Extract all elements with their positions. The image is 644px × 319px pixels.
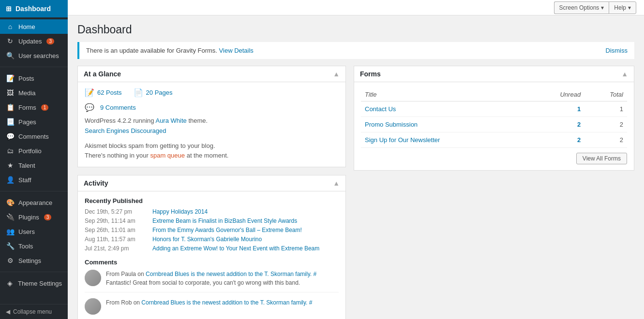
- forms-col-unread: Unread: [527, 88, 584, 102]
- pages-stat: 📄 20 Pages: [134, 88, 173, 97]
- activity-post-date: Sep 29th, 11:14 am: [85, 218, 148, 224]
- sidebar-item-home[interactable]: ⌂ Home: [0, 19, 68, 34]
- posts-count-link[interactable]: 62 Posts: [97, 89, 122, 96]
- col-left: At a Glance ▲ 📝 62 Posts 📄 20 Pages: [77, 66, 346, 319]
- sidebar-nav-4: ◈ Theme Settings: [0, 274, 68, 292]
- comment-link[interactable]: Cornbread Blues is the newest addition t…: [141, 299, 312, 306]
- help-button[interactable]: Help ▾: [609, 1, 636, 14]
- sidebar-item-user-searches[interactable]: 🔍 User searches: [0, 48, 68, 63]
- portfolio-icon: 🗂: [6, 147, 15, 155]
- posts-stat: 📝 62 Posts: [85, 88, 122, 97]
- activity-post-link[interactable]: Extreme Beam is Finalist in BizBash Even…: [152, 218, 297, 224]
- theme-suffix: theme.: [188, 117, 208, 124]
- form-title-cell: Sign Up for Our Newsletter: [361, 132, 527, 148]
- sidebar-item-label: Appearance: [18, 199, 52, 206]
- sidebar-item-tools[interactable]: 🔧 Tools: [0, 239, 68, 253]
- activity-post-date: Sep 26th, 11:01 am: [85, 227, 148, 233]
- home-icon: ⌂: [6, 23, 15, 30]
- comments-icon: 💬: [6, 132, 15, 140]
- avatar: [85, 270, 101, 286]
- activity-post-link[interactable]: Adding an Extreme Wow! to Your Next Even…: [152, 245, 319, 252]
- activity-post-link[interactable]: Happy Holidays 2014: [152, 208, 208, 215]
- screen-options-chevron-icon: ▾: [601, 4, 604, 11]
- activity-widget: Activity ▲ Recently Published Dec 19th, …: [77, 175, 346, 319]
- glance-spam: Akismet blocks spam from getting to your…: [85, 141, 339, 161]
- talent-icon: ★: [6, 161, 15, 169]
- view-all-forms-container: View All Forms: [361, 153, 627, 164]
- sidebar-item-label: Theme Settings: [18, 280, 62, 287]
- search-engines-link[interactable]: Search Engines Discouraged: [85, 127, 166, 134]
- sidebar-item-label: Comments: [18, 133, 49, 140]
- activity-post-date: Dec 19th, 5:27 pm: [85, 208, 148, 215]
- sidebar-item-posts[interactable]: 📝 Posts: [0, 71, 68, 86]
- dismiss-button[interactable]: Dismiss: [606, 47, 628, 54]
- appearance-icon: 🎨: [6, 199, 15, 206]
- forms-collapse-button[interactable]: ▲: [621, 70, 628, 78]
- form-title-link[interactable]: Contact Us: [365, 105, 396, 113]
- sidebar-item-label: Updates: [18, 38, 42, 45]
- comments-section-label: Comments: [85, 259, 339, 266]
- sidebar-item-portfolio[interactable]: 🗂 Portfolio: [0, 144, 68, 158]
- notice-message: There is an update available for Gravity…: [86, 47, 217, 54]
- pages-stat-icon: 📄: [134, 88, 143, 97]
- pages-count-link[interactable]: 20 Pages: [146, 89, 173, 96]
- form-title-link[interactable]: Sign Up for Our Newsletter: [365, 136, 440, 144]
- page-title: Dashboard: [77, 23, 634, 36]
- activity-post-row: Sep 26th, 11:01 amFrom the Emmy Awards G…: [85, 227, 339, 233]
- comments-section: Comments From Paula on Cornbread Blues i…: [85, 259, 339, 319]
- at-a-glance-widget: At a Glance ▲ 📝 62 Posts 📄 20 Pages: [77, 66, 346, 167]
- recently-published-section: Recently Published Dec 19th, 5:27 pmHapp…: [85, 197, 339, 252]
- sidebar-item-theme-settings[interactable]: ◈ Theme Settings: [0, 276, 68, 290]
- sidebar-item-label: Tools: [18, 243, 33, 250]
- notice-link[interactable]: View Details: [219, 47, 254, 54]
- forms-widget-header: Forms ▲: [354, 66, 634, 82]
- at-a-glance-collapse-button[interactable]: ▲: [333, 70, 340, 78]
- sidebar-item-talent[interactable]: ★ Talent: [0, 158, 68, 173]
- plugins-icon: 🔌: [6, 213, 15, 221]
- screen-options-button[interactable]: Screen Options ▾: [554, 1, 609, 14]
- sidebar-nav-2: 📝 Posts 🖼 Media 📋 Forms 1 📃 Pages 💬 Comm…: [0, 69, 68, 189]
- sidebar-item-users[interactable]: 👥 Users: [0, 224, 68, 239]
- sidebar-divider-3: [0, 272, 68, 272]
- sidebar-item-forms[interactable]: 📋 Forms 1: [0, 100, 68, 115]
- sidebar-header[interactable]: ⊞ Dashboard: [0, 0, 68, 17]
- collapse-menu[interactable]: ◀ Collapse menu: [0, 304, 68, 319]
- activity-collapse-button[interactable]: ▲: [333, 179, 340, 187]
- sidebar-item-label: Staff: [18, 176, 31, 184]
- content-area: Dashboard There is an update available f…: [68, 15, 644, 319]
- notice-bar: There is an update available for Gravity…: [77, 42, 634, 59]
- sidebar-item-settings[interactable]: ⚙ Settings: [0, 253, 68, 268]
- avatar: [85, 298, 101, 315]
- form-total-cell: 2: [584, 132, 627, 148]
- sidebar-item-comments[interactable]: 💬 Comments: [0, 129, 68, 144]
- theme-link[interactable]: Aura White: [155, 117, 186, 124]
- comment-link[interactable]: Cornbread Blues is the newest addition t…: [146, 271, 316, 277]
- sidebar-item-media[interactable]: 🖼 Media: [0, 86, 68, 100]
- forms-table-row: Sign Up for Our Newsletter 2 2: [361, 132, 627, 148]
- forms-widget: Forms ▲ Title Unread Total: [354, 66, 634, 171]
- collapse-label: Collapse menu: [13, 308, 52, 315]
- sidebar-item-pages[interactable]: 📃 Pages: [0, 115, 68, 129]
- spam-queue-link[interactable]: spam queue: [150, 152, 185, 159]
- view-all-forms-button[interactable]: View All Forms: [576, 153, 627, 164]
- sidebar-item-appearance[interactable]: 🎨 Appearance: [0, 195, 68, 210]
- recently-published-label: Recently Published: [85, 197, 339, 204]
- activity-comments-list: From Paula on Cornbread Blues is the new…: [85, 270, 339, 319]
- activity-title: Activity: [84, 179, 108, 187]
- activity-post-link[interactable]: From the Emmy Awards Governor's Ball – E…: [152, 227, 302, 233]
- forms-table-body: Contact Us 1 1 Promo Submission 2 2 Sign…: [361, 102, 627, 148]
- form-title-cell: Contact Us: [361, 102, 527, 117]
- users-icon: 👥: [6, 228, 15, 235]
- help-label: Help: [614, 4, 626, 11]
- activity-post-link[interactable]: Honors for T. Skorman's Gabrielle Mourin…: [152, 236, 262, 243]
- forms-table-row: Promo Submission 2 2: [361, 117, 627, 132]
- form-title-link[interactable]: Promo Submission: [365, 121, 418, 128]
- sidebar-item-plugins[interactable]: 🔌 Plugins 3: [0, 210, 68, 224]
- form-unread-cell: 2: [527, 132, 584, 148]
- wp-version-text: WordPress 4.2.2 running: [85, 117, 154, 124]
- comments-count-link[interactable]: 9 Comments: [100, 104, 136, 111]
- sidebar-item-staff[interactable]: 👤 Staff: [0, 173, 68, 187]
- sidebar-item-updates[interactable]: ↻ Updates 3: [0, 34, 68, 48]
- screen-options-label: Screen Options: [559, 4, 599, 11]
- main-area: Screen Options ▾ Help ▾ Dashboard There …: [68, 0, 644, 319]
